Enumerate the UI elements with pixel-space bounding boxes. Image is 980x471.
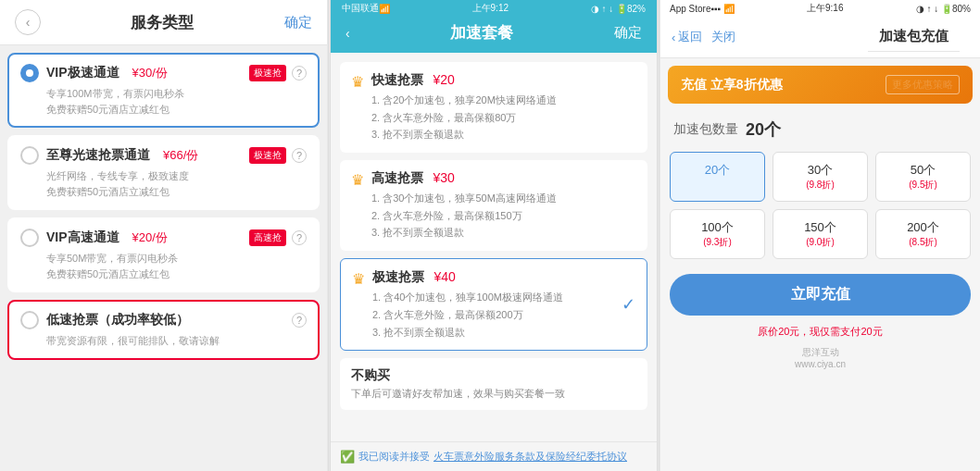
footer-link[interactable]: 火车票意外险服务条款及保险经纪委托协议 [433, 450, 627, 464]
package-item-3[interactable]: ♛ 极速抢票 ¥40 1. 含40个加速包，独享100M极速网络通道 2. 含火… [340, 258, 647, 351]
service-desc-2: 光纤网络，专线专享，极致速度 免费获赠50元酒店立减红包 [46, 168, 307, 199]
radio-4[interactable] [20, 311, 39, 329]
back-icon: ‹ [26, 15, 31, 30]
package-body-2: 高速抢票 ¥30 1. 含30个加速包，独享50M高速网络通道 2. 含火车意外… [371, 169, 636, 242]
p2-battery-icons: ◑ ↑ ↓ 🔋 [591, 4, 627, 14]
service-name-3: VIP高速通道 [46, 229, 119, 246]
panel3-nav: ‹ 返回 关闭 加速包充值 [660, 17, 980, 58]
question-icon-4[interactable]: ? [292, 313, 307, 328]
option-discount-5: (8.5折) [876, 236, 970, 249]
panel1-content: VIP极速通道 ¥30/份 极速抢 ? 专享100M带宽，有票闪电秒杀 免费获赠… [0, 45, 327, 471]
crown-icon-3: ♛ [352, 270, 365, 288]
pkg-desc-2: 1. 含30个加速包，独享50M高速网络通道 2. 含火车意外险，最高保额150… [371, 190, 636, 242]
panel2-back-button[interactable]: ‹ [346, 26, 350, 41]
option-discount-1: (9.8折) [773, 179, 867, 192]
option-discount-4: (9.0折) [773, 236, 867, 249]
service-card-3[interactable]: VIP高速通道 ¥20/份 高速抢 ? 专享50M带宽，有票闪电秒杀 免费获赠5… [7, 217, 320, 292]
service-badge-2: 极速抢 [249, 147, 286, 164]
pkg-title-3: 极速抢票 [372, 269, 424, 284]
panel2-status-bar: 中国联通 📶 上午9:12 ◑ ↑ ↓ 🔋 82% [331, 0, 657, 17]
no-buy-option[interactable]: 不购买 下单后可邀请好友帮加速，效果与购买套餐一致 [340, 358, 647, 410]
option-btn-2[interactable]: 50个 (9.5折) [875, 152, 971, 202]
p3-back-label: 返回 [678, 29, 702, 45]
service-badge-3: 高速抢 [249, 229, 286, 246]
panel2-confirm-button[interactable]: 确定 [614, 24, 642, 42]
amount-value: 20个 [746, 118, 781, 141]
p3-signal: ▪▪▪ 📶 [710, 4, 734, 14]
crown-icon-2: ♛ [351, 171, 364, 189]
pkg-title-1: 快速抢票 [371, 72, 423, 87]
service-price-1: ¥30/份 [132, 65, 168, 81]
package-item-2[interactable]: ♛ 高速抢票 ¥30 1. 含30个加速包，独享50M高速网络通道 2. 含火车… [340, 160, 647, 251]
pkg-price-2: ¥30 [433, 170, 454, 185]
option-btn-4[interactable]: 150个 (9.0折) [773, 209, 868, 259]
panel-speed-package: 中国联通 📶 上午9:12 ◑ ↑ ↓ 🔋 82% ‹ 加速套餐 确定 ♛ 快速… [330, 0, 658, 471]
price-note: 原价20元，现仅需支付20元 [660, 321, 980, 342]
banner-main-text: 充值 立享8折优惠 [681, 77, 783, 93]
p3-appstore: App Store [670, 4, 710, 14]
recharge-button[interactable]: 立即充值 [670, 274, 971, 316]
package-body-3: 极速抢票 ¥40 1. 含40个加速包，独享100M极速网络通道 2. 含火车意… [372, 268, 614, 341]
option-discount-3: (9.3折) [671, 236, 764, 249]
panel1-title: 服务类型 [131, 12, 194, 33]
p3-time: 上午9:16 [735, 2, 916, 15]
question-icon-1[interactable]: ? [292, 66, 307, 81]
banner-sub-text: 更多优惠策略 [886, 75, 960, 94]
panel3-amount-row: 加速包数量 20个 [660, 111, 980, 148]
question-icon-3[interactable]: ? [292, 230, 307, 245]
footer-text: 我已阅读并接受 [358, 450, 430, 464]
panel2-content: ♛ 快速抢票 ¥20 1. 含20个加速包，独享20M快速网络通道 2. 含火车… [331, 53, 657, 441]
panel3-back-button[interactable]: ‹ 返回 [672, 29, 702, 45]
no-buy-desc: 下单后可邀请好友帮加速，效果与购买套餐一致 [351, 387, 636, 401]
p2-battery: 82% [627, 4, 646, 14]
service-name-1: VIP极速通道 [46, 65, 119, 81]
pkg-title-2: 高速抢票 [371, 170, 423, 185]
radio-1[interactable] [20, 64, 39, 82]
radio-2[interactable] [20, 146, 39, 165]
service-card-4[interactable]: 低速抢票（成功率较低） ? 带宽资源有限，很可能排队，敬请谅解 [7, 300, 320, 360]
p2-wifi-icon: 📶 [379, 4, 390, 14]
option-btn-3[interactable]: 100个 (9.3折) [670, 209, 765, 259]
option-label-1: 30个 [773, 162, 867, 179]
footer-check-icon: ✅ [340, 450, 355, 464]
option-btn-5[interactable]: 200个 (8.5折) [875, 209, 971, 259]
crown-icon-1: ♛ [351, 73, 364, 91]
service-card-2[interactable]: 至尊光速抢票通道 ¥66/份 极速抢 ? 光纤网络，专线专享，极致速度 免费获赠… [7, 135, 320, 210]
service-desc-1: 专享100M带宽，有票闪电秒杀 免费获赠50元酒店立减红包 [46, 86, 307, 117]
p3-battery: 80% [952, 4, 971, 14]
package-item-1[interactable]: ♛ 快速抢票 ¥20 1. 含20个加速包，独享20M快速网络通道 2. 含火车… [340, 62, 647, 153]
panel3-close-button[interactable]: 关闭 [711, 29, 735, 45]
no-buy-title: 不购买 [351, 367, 636, 384]
p3-battery-icon: ◑ ↑ ↓ 🔋 [916, 4, 952, 14]
option-label-4: 150个 [773, 219, 867, 236]
radio-3[interactable] [20, 229, 39, 247]
service-card-1[interactable]: VIP极速通道 ¥30/份 极速抢 ? 专享100M带宽，有票闪电秒杀 免费获赠… [7, 53, 320, 128]
service-desc-4: 带宽资源有限，很可能排队，敬请谅解 [46, 333, 307, 349]
question-icon-2[interactable]: ? [292, 148, 307, 163]
option-label-0: 20个 [671, 162, 764, 179]
panel3-banner: 充值 立享8折优惠 更多优惠策略 [668, 66, 973, 104]
option-btn-0[interactable]: 20个 [670, 152, 765, 202]
banner-right[interactable]: 更多优惠策略 [886, 75, 960, 94]
pkg-desc-1: 1. 含20个加速包，独享20M快速网络通道 2. 含火车意外险，最高保额80万… [371, 92, 636, 143]
p3-back-chevron: ‹ [672, 31, 675, 44]
option-label-2: 50个 [876, 162, 970, 179]
panel1-back-button[interactable]: ‹ [15, 9, 41, 35]
panel2-nav: ‹ 加速套餐 确定 [331, 17, 657, 53]
panel1-confirm-button[interactable]: 确定 [284, 14, 312, 31]
pkg-desc-3: 1. 含40个加速包，独享100M极速网络通道 2. 含火车意外险，最高保额20… [372, 289, 614, 341]
option-discount-2: (9.5折) [876, 179, 970, 192]
service-price-2: ¥66/份 [163, 147, 198, 164]
panel-service-type: ‹ 服务类型 确定 VIP极速通道 ¥30/份 极速抢 ? [0, 0, 327, 471]
watermark: 思洋互动 www.ciya.cn [660, 342, 980, 369]
p2-time: 上午9:12 [390, 2, 591, 15]
service-desc-3: 专享50M带宽，有票闪电秒杀 免费获赠50元酒店立减红包 [46, 251, 307, 281]
selected-check-icon: ✓ [622, 294, 635, 315]
package-body-1: 快速抢票 ¥20 1. 含20个加速包，独享20M快速网络通道 2. 含火车意外… [371, 71, 636, 143]
pkg-price-1: ¥20 [433, 72, 454, 87]
panel-recharge: App Store ▪▪▪ 📶 上午9:16 ◑ ↑ ↓ 🔋 80% ‹ 返回 … [660, 0, 980, 471]
pkg-price-3: ¥40 [433, 269, 455, 284]
panel2-title: 加速套餐 [450, 22, 513, 43]
option-btn-1[interactable]: 30个 (9.8折) [773, 152, 868, 202]
option-label-3: 100个 [671, 219, 764, 236]
